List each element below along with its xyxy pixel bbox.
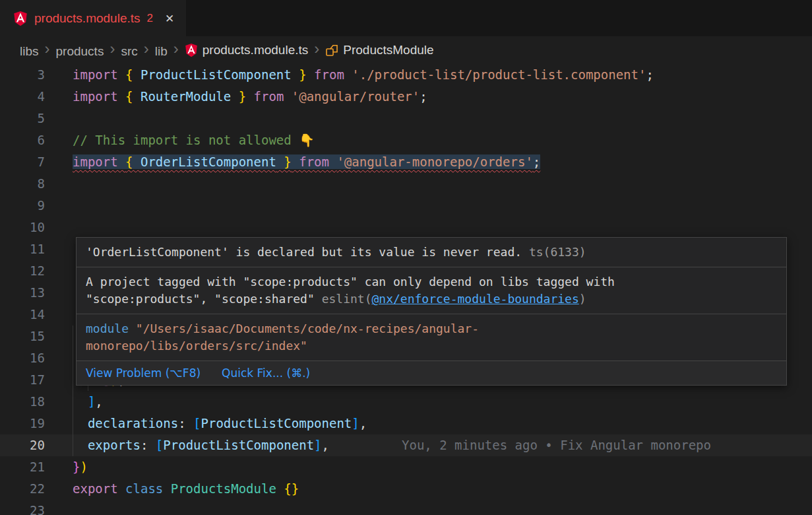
code-content	[73, 173, 812, 195]
code-content: export class ProductsModule {}	[73, 478, 812, 500]
indent-guide	[73, 326, 73, 347]
code-text: exports: [ProductListComponent],	[73, 438, 329, 452]
hover-message-line: "scope:products", "scope:shared" eslint(…	[86, 291, 777, 308]
line-number[interactable]: 18	[0, 391, 45, 413]
hover-token: eslint(	[322, 292, 372, 306]
code-text: import { RouterModule } from '@angular/r…	[73, 89, 427, 104]
code-line[interactable]: 5	[0, 108, 812, 129]
hover-token: A project tagged with "scope:products" c…	[86, 275, 615, 289]
breadcrumb-item-products[interactable]: products	[56, 44, 104, 59]
chevron-right-icon: ›	[314, 41, 319, 57]
hover-sections: 'OrderListComponent' is declared but its…	[77, 238, 786, 360]
indent-guide	[73, 434, 73, 456]
hover-message-line: A project tagged with "scope:products" c…	[86, 273, 777, 291]
line-number[interactable]: 17	[0, 369, 45, 391]
code-token: ]	[352, 416, 359, 430]
hover-message-line: 'OrderListComponent' is declared but its…	[86, 244, 777, 261]
code-token: from	[246, 89, 292, 104]
line-number[interactable]: 22	[0, 478, 45, 500]
line-number[interactable]: 21	[0, 456, 45, 478]
code-token: {	[125, 89, 141, 104]
code-token: ;	[533, 154, 540, 169]
hover-token: module	[86, 322, 136, 335]
code-content: declarations: [ProductListComponent],	[73, 413, 812, 434]
code-content: import { RouterModule } from '@angular/r…	[73, 86, 812, 108]
hover-actions: View Problem (⌥F8)Quick Fix... (⌘.)	[77, 360, 786, 385]
code-token: declarations	[88, 416, 178, 430]
quick-fix-button[interactable]: Quick Fix... (⌘.)	[222, 366, 310, 380]
editor-tab[interactable]: products.module.ts 2 ✕	[0, 0, 186, 36]
class-symbol-icon	[325, 44, 338, 57]
code-token: class	[125, 481, 171, 496]
line-number[interactable]: 20	[0, 434, 45, 456]
line-number[interactable]: 13	[0, 282, 45, 304]
line-number[interactable]: 6	[0, 129, 45, 151]
code-line[interactable]: 23	[0, 500, 812, 515]
code-token: '@angular-monorepo/orders'	[336, 154, 532, 169]
line-number[interactable]: 15	[0, 326, 45, 347]
code-token: )	[80, 460, 87, 474]
code-line[interactable]: 8	[0, 173, 812, 195]
code-line[interactable]: 20 exports: [ProductListComponent],You, …	[0, 434, 812, 456]
line-number[interactable]: 9	[0, 195, 45, 217]
code-content: // This import is not allowed 👇	[73, 129, 812, 151]
line-number[interactable]: 23	[0, 500, 45, 515]
close-icon[interactable]: ✕	[165, 12, 174, 25]
tab-problems-badge: 2	[147, 12, 153, 25]
code-line[interactable]: 10	[0, 217, 812, 238]
tab-bar: products.module.ts 2 ✕	[0, 0, 812, 36]
code-line[interactable]: 4import { RouterModule } from '@angular/…	[0, 86, 812, 108]
breadcrumb-item-symbol[interactable]: ProductsModule	[325, 43, 433, 57]
error-squiggle: import { OrderListComponent } from '@ang…	[73, 154, 540, 169]
line-number[interactable]: 4	[0, 86, 45, 108]
code-token: import	[73, 67, 125, 82]
line-number[interactable]: 10	[0, 217, 45, 238]
indent-guide	[73, 347, 73, 369]
hover-tooltip: 'OrderListComponent' is declared but its…	[76, 237, 787, 386]
code-line[interactable]: 3import { ProductListComponent } from '.…	[0, 64, 812, 86]
code-line[interactable]: 6// This import is not allowed 👇	[0, 129, 812, 151]
editor: 3import { ProductListComponent } from '.…	[0, 64, 812, 515]
code-token: ;	[420, 89, 427, 104]
code-text: export class ProductsModule {}	[73, 481, 299, 496]
code-token: ,	[359, 416, 367, 430]
code-line[interactable]: 19 declarations: [ProductListComponent],	[0, 413, 812, 434]
line-number[interactable]: 8	[0, 173, 45, 195]
line-number[interactable]: 11	[0, 238, 45, 260]
code-content: exports: [ProductListComponent],You, 2 m…	[73, 434, 812, 456]
eslint-rule-link[interactable]: @nx/enforce-module-boundaries	[371, 292, 578, 306]
code-token: [	[156, 438, 163, 452]
line-number[interactable]: 12	[0, 260, 45, 282]
code-line[interactable]: 9	[0, 195, 812, 217]
code-token: {}	[284, 481, 299, 496]
code-line[interactable]: 22export class ProductsModule {}	[0, 478, 812, 500]
breadcrumb-item-src[interactable]: src	[121, 44, 137, 59]
code-token: from	[307, 67, 352, 82]
code-token: ]	[88, 394, 95, 409]
code-token: ProductListComponent	[163, 438, 314, 452]
line-number[interactable]: 3	[0, 64, 45, 86]
code-line[interactable]: 7import { OrderListComponent } from '@an…	[0, 151, 812, 173]
code-text: ],	[73, 394, 103, 409]
line-number[interactable]: 5	[0, 108, 45, 129]
line-number[interactable]: 16	[0, 347, 45, 369]
code-content	[73, 500, 812, 515]
breadcrumb-item-libs[interactable]: libs	[20, 44, 39, 59]
line-number[interactable]: 19	[0, 413, 45, 434]
code-line[interactable]: 18 ],	[0, 391, 812, 413]
breadcrumb-item-lib[interactable]: lib	[155, 44, 168, 59]
hover-message: module "/Users/isaac/Documents/code/nx-r…	[77, 314, 786, 360]
view-problem-button[interactable]: View Problem (⌥F8)	[86, 366, 201, 380]
code-token: ProductListComponent	[141, 67, 292, 82]
angular-icon	[13, 11, 28, 26]
line-number[interactable]: 14	[0, 304, 45, 326]
code-line[interactable]: 21})	[0, 456, 812, 478]
code-token: ]	[314, 438, 321, 452]
code-token: ;	[646, 67, 653, 82]
line-number[interactable]: 7	[0, 151, 45, 173]
code-text: // This import is not allowed 👇	[73, 133, 315, 147]
breadcrumb-item-file[interactable]: products.module.ts	[185, 43, 309, 57]
chevron-right-icon: ›	[144, 40, 149, 57]
code-token: RouterModule	[141, 89, 231, 104]
indent-guide	[73, 413, 73, 434]
